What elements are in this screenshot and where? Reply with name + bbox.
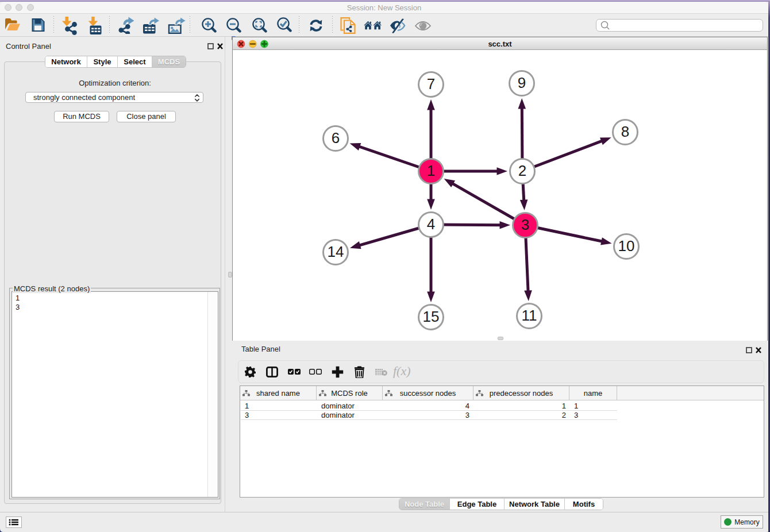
svg-text:3: 3 (521, 216, 529, 233)
svg-text:10: 10 (618, 237, 635, 255)
svg-text:9: 9 (518, 74, 526, 91)
svg-text:14: 14 (328, 243, 344, 260)
svg-text:6: 6 (332, 129, 340, 147)
svg-text:15: 15 (423, 308, 440, 325)
svg-text:7: 7 (427, 75, 435, 92)
svg-text:11: 11 (522, 307, 537, 324)
svg-text:1: 1 (427, 162, 435, 179)
svg-text:4: 4 (427, 215, 435, 233)
svg-text:2: 2 (518, 162, 526, 179)
svg-text:8: 8 (621, 123, 629, 140)
